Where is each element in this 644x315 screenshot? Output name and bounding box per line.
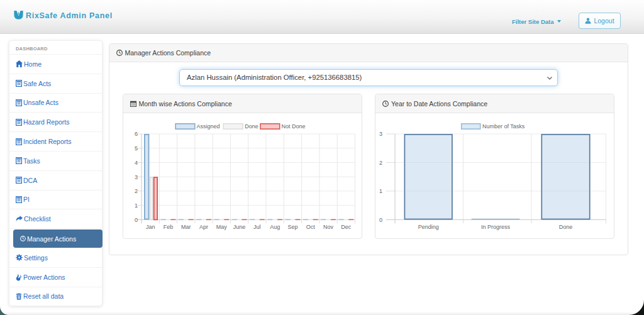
svg-text:Done: Done [559, 224, 573, 230]
svg-text:Assigned: Assigned [196, 123, 219, 130]
svg-text:Dec: Dec [341, 224, 352, 230]
svg-text:Jul: Jul [253, 224, 261, 230]
svg-text:Mar: Mar [180, 224, 191, 230]
svg-text:2: 2 [134, 188, 137, 194]
svg-text:Not Done: Not Done [281, 123, 305, 130]
svg-text:2: 2 [379, 160, 382, 166]
svg-text:Feb: Feb [163, 224, 173, 230]
svg-text:Oct: Oct [306, 224, 315, 230]
svg-text:1: 1 [379, 188, 382, 194]
svg-text:1: 1 [134, 202, 137, 209]
svg-text:5: 5 [134, 145, 137, 152]
svg-text:6: 6 [134, 131, 137, 137]
svg-text:3: 3 [134, 174, 137, 180]
svg-text:4: 4 [134, 160, 137, 166]
svg-text:Aug: Aug [270, 224, 280, 230]
svg-text:Jan: Jan [145, 224, 155, 230]
svg-text:Nov: Nov [323, 224, 334, 230]
svg-text:0: 0 [134, 217, 137, 223]
svg-text:In Progress: In Progress [481, 224, 511, 230]
svg-text:Pending: Pending [418, 224, 439, 230]
svg-text:May: May [216, 224, 227, 230]
svg-text:3: 3 [379, 131, 382, 137]
svg-text:Done: Done [245, 123, 258, 130]
svg-text:0: 0 [379, 217, 382, 223]
svg-text:Sep: Sep [287, 224, 297, 230]
svg-text:Number of Tasks: Number of Tasks [482, 123, 525, 130]
svg-text:June: June [233, 224, 245, 230]
svg-text:Apr: Apr [199, 224, 208, 230]
